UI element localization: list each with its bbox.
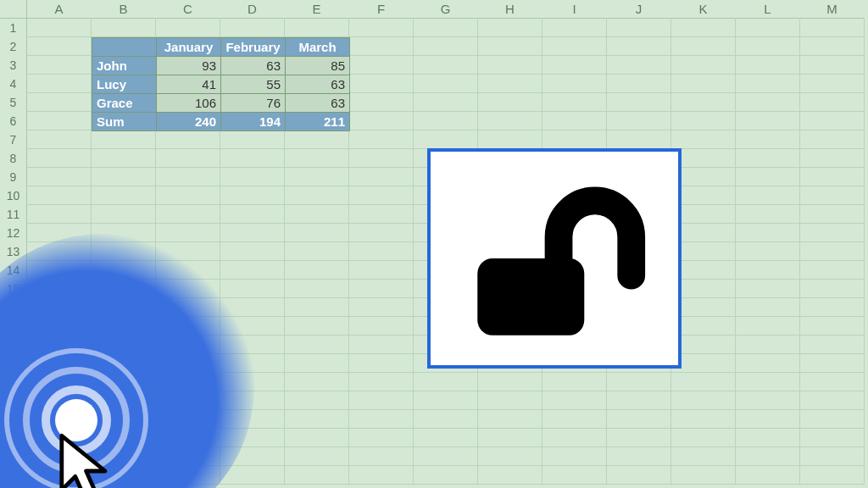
cell[interactable] [285, 186, 349, 205]
cell[interactable] [671, 466, 736, 485]
cell[interactable] [478, 56, 542, 75]
cell[interactable] [27, 37, 92, 56]
row-header[interactable]: 8 [0, 149, 27, 168]
cell[interactable] [414, 429, 478, 447]
cell[interactable] [736, 261, 800, 280]
col-header[interactable]: A [27, 0, 92, 19]
cell[interactable] [349, 429, 414, 447]
cell[interactable] [736, 391, 800, 410]
cell[interactable] [156, 149, 220, 168]
col-header[interactable]: I [542, 0, 607, 19]
row-header[interactable]: 11 [0, 205, 27, 224]
table-cell[interactable]: 63 [286, 75, 350, 94]
table-row-header[interactable]: Grace [92, 94, 157, 113]
cell[interactable] [478, 37, 542, 56]
cell[interactable] [736, 56, 800, 75]
cell[interactable] [542, 112, 607, 130]
cell[interactable] [220, 280, 285, 298]
cell[interactable] [92, 19, 156, 37]
cell[interactable] [736, 373, 800, 391]
cell[interactable] [800, 447, 865, 466]
table-cell[interactable]: 41 [157, 75, 221, 94]
table-col-header[interactable]: March [286, 38, 350, 57]
cell[interactable] [478, 410, 542, 429]
cell[interactable] [542, 37, 607, 56]
col-header[interactable]: B [92, 0, 156, 19]
cell[interactable] [736, 410, 800, 429]
cell[interactable] [542, 466, 607, 485]
cell[interactable] [736, 317, 800, 336]
cell[interactable] [607, 391, 671, 410]
cell[interactable] [349, 93, 414, 112]
row-header[interactable]: 9 [0, 168, 27, 186]
cell[interactable] [800, 75, 865, 93]
cell[interactable] [800, 37, 865, 56]
cell[interactable] [736, 149, 800, 168]
cell[interactable] [542, 410, 607, 429]
cell[interactable] [220, 19, 285, 37]
cell[interactable] [349, 186, 414, 205]
cell[interactable] [349, 56, 414, 75]
cell[interactable] [671, 75, 736, 93]
cell[interactable] [607, 75, 671, 93]
cell[interactable] [671, 130, 736, 149]
cell[interactable] [285, 354, 349, 373]
cell[interactable] [92, 130, 156, 149]
col-header[interactable]: K [671, 0, 736, 19]
cell[interactable] [671, 93, 736, 112]
row-header[interactable]: 5 [0, 93, 27, 112]
cell[interactable] [349, 280, 414, 298]
row-header[interactable]: 3 [0, 56, 27, 75]
cell[interactable] [27, 130, 92, 149]
cell[interactable] [414, 93, 478, 112]
cell[interactable] [27, 112, 92, 130]
cell[interactable] [800, 466, 865, 485]
cell[interactable] [220, 149, 285, 168]
cell[interactable] [414, 130, 478, 149]
cell[interactable] [349, 373, 414, 391]
table-col-header[interactable]: January [157, 38, 221, 57]
cell[interactable] [800, 410, 865, 429]
cell[interactable] [414, 37, 478, 56]
cell[interactable] [478, 93, 542, 112]
cell[interactable] [92, 149, 156, 168]
cell[interactable] [414, 373, 478, 391]
table-row-header[interactable]: Lucy [92, 75, 157, 94]
cell[interactable] [607, 37, 671, 56]
row-header[interactable]: 10 [0, 186, 27, 205]
cell[interactable] [800, 336, 865, 354]
col-header[interactable]: C [156, 0, 220, 19]
table-cell-sum[interactable]: 194 [221, 113, 286, 131]
table-col-header[interactable]: February [221, 38, 286, 57]
cell[interactable] [671, 37, 736, 56]
cell[interactable] [156, 186, 220, 205]
cell[interactable] [736, 336, 800, 354]
table-cell-sum[interactable]: 240 [157, 113, 221, 131]
cell[interactable] [285, 373, 349, 391]
col-header[interactable]: E [285, 0, 349, 19]
col-header[interactable]: F [349, 0, 414, 19]
cell[interactable] [671, 429, 736, 447]
cell[interactable] [349, 447, 414, 466]
cell[interactable] [478, 112, 542, 130]
cell[interactable] [542, 56, 607, 75]
cell[interactable] [414, 19, 478, 37]
cell[interactable] [92, 205, 156, 224]
cell[interactable] [736, 186, 800, 205]
cell[interactable] [414, 56, 478, 75]
cell[interactable] [27, 186, 92, 205]
table-cell[interactable]: 55 [221, 75, 286, 94]
cell[interactable] [800, 373, 865, 391]
cell[interactable] [671, 112, 736, 130]
cell[interactable] [800, 354, 865, 373]
cell[interactable] [478, 19, 542, 37]
cell[interactable] [220, 224, 285, 242]
cell[interactable] [285, 447, 349, 466]
cell[interactable] [27, 56, 92, 75]
table-cell[interactable]: 76 [221, 94, 286, 113]
cell[interactable] [607, 93, 671, 112]
cell[interactable] [800, 205, 865, 224]
cell[interactable] [542, 93, 607, 112]
cell[interactable] [156, 168, 220, 186]
cell[interactable] [285, 280, 349, 298]
